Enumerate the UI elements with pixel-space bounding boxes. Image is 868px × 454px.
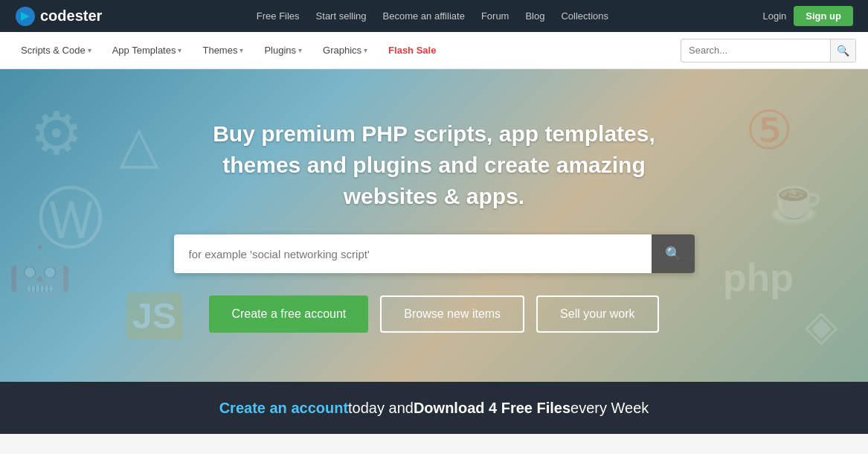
hero-title: Buy premium PHP scripts, app templates, … [174,118,695,212]
unity-icon: △ [119,114,159,175]
hero-section: ⚙ △ Ⓦ 🤖 JS ⑤ ☕ php ◈ Buy premium PHP scr… [0,69,868,382]
cta-end: every Week [570,400,649,417]
wordpress-icon: Ⓦ [37,173,104,264]
login-button[interactable]: Login [763,10,787,22]
nav-themes[interactable]: Themes ▾ [193,32,252,69]
nav-forum[interactable]: Forum [481,10,509,22]
nav-blog[interactable]: Blog [525,10,544,22]
sell-work-button[interactable]: Sell your work [536,295,658,333]
free-files-section: Free Files of the Week Browse Free Files… [0,434,868,454]
search-button[interactable]: 🔍 [830,39,855,63]
magento-icon: ◈ [805,300,838,351]
signup-button[interactable]: Sign up [794,6,853,26]
hero-search-button[interactable]: 🔍 [652,234,695,273]
top-nav-links: Free Files Start selling Become an affil… [257,10,608,22]
nav-collections[interactable]: Collections [561,10,608,22]
drupal-icon: ⚙ [30,99,83,168]
chevron-down-icon: ▾ [239,46,243,54]
nav-app-templates[interactable]: App Templates ▾ [103,32,191,69]
logo[interactable]: codester [15,6,102,27]
cta-middle: today and [348,400,414,417]
nav-graphics[interactable]: Graphics ▾ [314,32,376,69]
browse-items-button[interactable]: Browse new items [380,295,524,333]
hero-search-bar: 🔍 [174,234,695,273]
second-nav-search: 🔍 [681,39,856,63]
java-icon: ☕ [768,173,823,226]
nav-flash-sale[interactable]: Flash Sale [379,32,445,69]
cta-link[interactable]: Create an account [219,400,348,417]
logo-text: codester [40,7,102,25]
html5-icon: ⑤ [745,99,794,162]
cta-bar: Create an account today and Download 4 F… [0,382,868,434]
php-icon: php [723,255,794,300]
codester-logo-icon [15,6,36,27]
second-navbar: Scripts & Code ▾ App Templates ▾ Themes … [0,32,868,69]
cta-bold: Download 4 Free Files [414,400,570,417]
nav-scripts-code[interactable]: Scripts & Code ▾ [12,32,100,69]
create-account-button[interactable]: Create a free account [209,295,368,333]
top-navbar: codester Free Files Start selling Become… [0,0,868,32]
nav-free-files[interactable]: Free Files [257,10,300,22]
hero-search-input[interactable] [174,234,652,273]
nav-plugins[interactable]: Plugins ▾ [255,32,311,69]
second-nav-links: Scripts & Code ▾ App Templates ▾ Themes … [12,32,445,69]
top-nav-actions: Login Sign up [763,6,853,26]
chevron-down-icon: ▾ [88,46,91,54]
nav-become-affiliate[interactable]: Become an affiliate [383,10,465,22]
hero-content: Buy premium PHP scripts, app templates, … [174,118,695,333]
chevron-down-icon: ▾ [364,46,367,54]
android-icon: 🤖 [7,240,72,301]
hero-buttons: Create a free account Browse new items S… [174,295,695,333]
chevron-down-icon: ▾ [298,46,302,54]
nav-start-selling[interactable]: Start selling [316,10,367,22]
chevron-down-icon: ▾ [178,46,181,54]
search-input[interactable] [681,45,830,56]
